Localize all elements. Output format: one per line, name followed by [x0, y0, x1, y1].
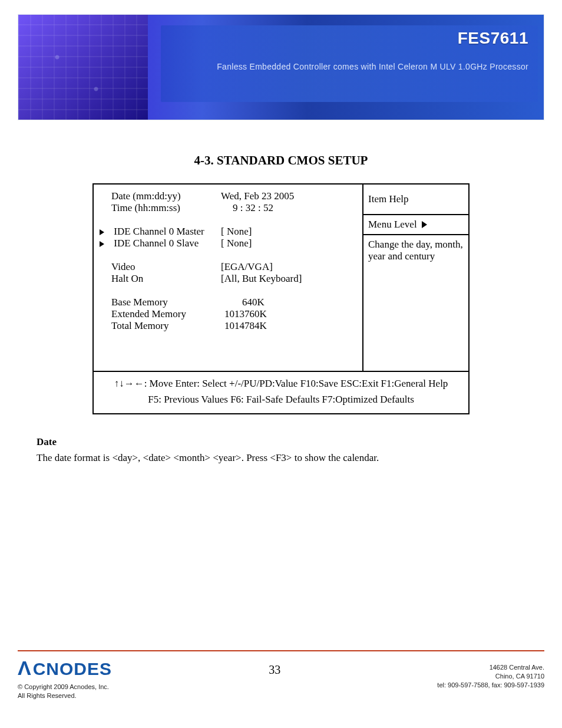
value-ide-slave: [ None]: [217, 238, 354, 249]
row-date: Date (mm:dd:yy) Wed, Feb 23 2005: [100, 190, 354, 202]
label-halt: Halt On: [100, 273, 217, 285]
body-paragraph: Date The date format is <day>, <date> <m…: [37, 436, 525, 465]
menu-level-label: Menu Level: [368, 219, 417, 230]
bios-footer-line-1: ↑↓→←: Move Enter: Select +/-/PU/PD:Value…: [96, 375, 466, 391]
copyright: © Copyright 2009 Acnodes, Inc. All Right…: [18, 683, 112, 700]
footer-right: 14628 Central Ave. Chino, CA 91710 tel: …: [437, 663, 544, 690]
label-time: Time (hh:mm:ss): [100, 202, 217, 214]
row-ide-master[interactable]: IDE Channel 0 Master [ None]: [100, 226, 354, 238]
value-extended-memory: 1013760K: [217, 308, 354, 320]
row-ide-slave[interactable]: IDE Channel 0 Slave [ None]: [100, 238, 354, 249]
bios-right-pane: Item Help Menu Level Change the day, mon…: [362, 185, 468, 371]
brand-logo: Λ CNODES: [18, 657, 112, 680]
product-subtitle: Fanless Embedded Controller comes with I…: [217, 62, 528, 71]
bios-top: Date (mm:dd:yy) Wed, Feb 23 2005 Time (h…: [94, 185, 468, 371]
row-extended-memory: Extended Memory 1013760K: [100, 308, 354, 320]
footer-address-1: 14628 Central Ave.: [437, 663, 544, 672]
value-video[interactable]: [EGA/VGA]: [217, 261, 354, 273]
label-extended-memory: Extended Memory: [100, 308, 217, 320]
submenu-arrow-icon: [100, 226, 111, 238]
label-base-memory: Base Memory: [100, 297, 217, 308]
menu-level-arrow-icon: [422, 221, 427, 228]
page-footer: Λ CNODES © Copyright 2009 Acnodes, Inc. …: [18, 650, 544, 700]
bios-footer-line-2: F5: Previous Values F6: Fail-Safe Defaul…: [96, 391, 466, 407]
value-base-memory: 640K: [217, 297, 354, 308]
label-total-memory: Total Memory: [100, 320, 217, 332]
row-base-memory: Base Memory 640K: [100, 297, 354, 308]
value-halt[interactable]: [All, But Keyboard]: [217, 273, 354, 285]
bios-box: Date (mm:dd:yy) Wed, Feb 23 2005 Time (h…: [92, 183, 470, 414]
page-number: 33: [269, 663, 280, 677]
value-total-memory: 1014784K: [217, 320, 354, 332]
body-text: The date format is <day>, <date> <month>…: [37, 452, 525, 465]
footer-contact: tel: 909-597-7588, fax: 909-597-1939: [437, 681, 544, 690]
value-date[interactable]: Wed, Feb 23 2005: [217, 190, 354, 202]
body-heading: Date: [37, 436, 525, 449]
brand-text: CNODES: [33, 659, 112, 679]
product-name: FES7611: [458, 29, 528, 48]
item-help-title: Item Help: [362, 185, 468, 215]
row-video: Video [EGA/VGA]: [100, 261, 354, 273]
bios-footer: ↑↓→←: Move Enter: Select +/-/PU/PD:Value…: [94, 371, 468, 413]
banner-decor-pcb: [18, 15, 148, 120]
menu-level-row: Menu Level: [362, 215, 468, 235]
footer-left: Λ CNODES © Copyright 2009 Acnodes, Inc. …: [18, 657, 112, 700]
header-banner: FES7611 Fanless Embedded Controller come…: [18, 14, 544, 120]
item-help-text: Change the day, month, year and century: [362, 235, 468, 371]
footer-address-2: Chino, CA 91710: [437, 672, 544, 681]
brand-lambda-icon: Λ: [18, 657, 32, 680]
footer-rule: [18, 650, 544, 651]
row-total-memory: Total Memory 1014784K: [100, 320, 354, 332]
label-ide-master: IDE Channel 0 Master: [114, 226, 204, 237]
bios-left-pane: Date (mm:dd:yy) Wed, Feb 23 2005 Time (h…: [94, 185, 362, 371]
value-time[interactable]: 9 : 32 : 52: [217, 202, 354, 214]
section-heading: 4-3. STANDARD CMOS SETUP: [18, 153, 544, 168]
label-date: Date (mm:dd:yy): [100, 190, 217, 202]
submenu-arrow-icon: [100, 238, 111, 249]
value-ide-master: [ None]: [217, 226, 354, 238]
row-time: Time (hh:mm:ss) 9 : 32 : 52: [100, 202, 354, 214]
page: FES7611 Fanless Embedded Controller come…: [0, 0, 562, 728]
label-video: Video: [100, 261, 217, 273]
row-halt: Halt On [All, But Keyboard]: [100, 273, 354, 285]
label-ide-slave: IDE Channel 0 Slave: [114, 238, 199, 249]
